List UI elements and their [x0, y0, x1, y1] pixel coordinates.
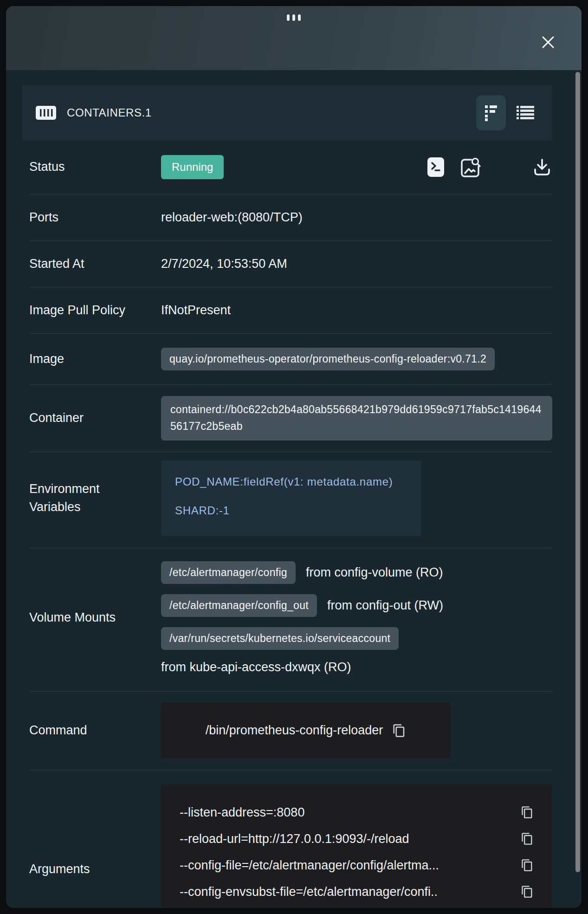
argument-item: --config-envsubst-file=/etc/alertmanager… [180, 885, 534, 899]
row-status: Status Running [29, 140, 552, 194]
download-icon [532, 157, 552, 177]
image-label: Image [29, 350, 161, 368]
command-label: Command [29, 721, 161, 739]
copy-icon [521, 859, 534, 872]
env-var-item: POD_NAME:fieldRef(v1: metadata.name) [175, 473, 400, 490]
copy-argument-button[interactable] [521, 885, 534, 898]
argument-item: --listen-address=:8080 [180, 805, 534, 820]
vertical-scrollbar[interactable] [575, 72, 580, 872]
copy-argument-button[interactable] [521, 832, 534, 845]
row-container-id: Container containerd://b0c622cb2b4a80ab5… [29, 385, 552, 452]
volume-mount-path-chip: /etc/alertmanager/config [161, 561, 296, 584]
copy-argument-button[interactable] [521, 806, 534, 819]
row-arguments: Arguments --listen-address=:8080 --reloa… [29, 770, 552, 908]
volume-mount-source: from config-volume (RO) [306, 565, 443, 580]
volume-mount-path-chip: /etc/alertmanager/config_out [161, 594, 317, 617]
argument-value: --listen-address=:8080 [180, 805, 304, 820]
modal-header [6, 6, 582, 70]
copy-argument-button[interactable] [521, 859, 534, 872]
copy-icon [521, 832, 534, 845]
detail-view-toggle-button[interactable] [476, 95, 506, 130]
status-badge: Running [161, 155, 224, 179]
environment-variables-label: Environment Variables [29, 480, 161, 516]
volume-mount-source: from kube-api-access-dxwqx (RO) [161, 660, 443, 674]
containers-section-header: CONTAINERS.1 [22, 85, 552, 140]
detail-view-icon [484, 104, 498, 121]
volume-mount-item: /var/run/secrets/kubernetes.io/serviceac… [161, 627, 443, 650]
argument-value: --config-file=/etc/alertmanager/config/a… [180, 858, 439, 873]
container-id-chip: containerd://b0c622cb2b4a80ab55668421b97… [161, 396, 552, 440]
arguments-panel: --listen-address=:8080 --reload-url=http… [161, 784, 552, 908]
image-pull-policy-label: Image Pull Policy [29, 301, 161, 319]
argument-value: --reload-url=http://127.0.0.1:9093/-/rel… [180, 832, 409, 846]
drag-handle-dots-icon[interactable] [287, 14, 301, 21]
volume-mounts-list: /etc/alertmanager/config from config-vol… [161, 561, 443, 674]
environment-variables-panel: POD_NAME:fieldRef(v1: metadata.name) SHA… [161, 460, 421, 536]
volume-mounts-label: Volume Mounts [29, 609, 161, 627]
container-icon [35, 104, 57, 121]
copy-command-button[interactable] [392, 724, 406, 738]
close-button[interactable] [538, 32, 558, 52]
row-volume-mounts: Volume Mounts /etc/alertmanager/config f… [29, 548, 552, 692]
image-pull-policy-value: IfNotPresent [161, 303, 231, 318]
row-command: Command /bin/prometheus-config-reloader [29, 692, 552, 770]
ports-label: Ports [29, 208, 161, 227]
row-started-at: Started At 2/7/2024, 10:53:50 AM [29, 241, 552, 287]
list-view-icon [517, 105, 534, 120]
argument-item: --reload-url=http://127.0.0.1:9093/-/rel… [180, 832, 534, 846]
copy-icon [392, 724, 406, 738]
download-logs-button[interactable] [532, 157, 552, 177]
volume-mount-item: /etc/alertmanager/config_out from config… [161, 594, 443, 617]
arguments-label: Arguments [29, 860, 161, 878]
argument-item: --config-file=/etc/alertmanager/config/a… [180, 858, 534, 873]
terminal-button[interactable] [427, 156, 445, 178]
argument-value: --config-envsubst-file=/etc/alertmanager… [180, 885, 438, 899]
started-at-value: 2/7/2024, 10:53:50 AM [161, 257, 287, 271]
volume-mount-source: from config-out (RW) [327, 598, 443, 613]
copy-icon [521, 806, 534, 819]
volume-mount-path-chip: /var/run/secrets/kubernetes.io/serviceac… [161, 627, 399, 650]
copy-icon [521, 885, 534, 898]
close-icon [540, 34, 556, 50]
command-panel: /bin/prometheus-config-reloader [161, 703, 451, 758]
status-action-icons [224, 156, 552, 178]
container-label: Container [29, 409, 161, 427]
row-ports: Ports reloader-web:(8080/TCP) [29, 194, 552, 241]
terminal-icon [427, 156, 445, 178]
container-details-modal: CONTAINERS.1 [6, 6, 582, 908]
status-label: Status [29, 158, 161, 176]
details-rows: Status Running [29, 140, 552, 908]
command-value: /bin/prometheus-config-reloader [206, 723, 383, 738]
view-toggle-group [476, 95, 540, 130]
row-image: Image quay.io/prometheus-operator/promet… [29, 334, 552, 385]
image-search-icon [459, 156, 482, 178]
ports-value: reloader-web:(8080/TCP) [161, 210, 303, 225]
image-value-chip: quay.io/prometheus-operator/prometheus-c… [161, 348, 495, 370]
volume-mount-item: /etc/alertmanager/config from config-vol… [161, 561, 443, 584]
row-image-pull-policy: Image Pull Policy IfNotPresent [29, 287, 552, 334]
row-environment-variables: Environment Variables POD_NAME:fieldRef(… [29, 452, 552, 548]
env-var-item: SHARD:-1 [175, 502, 400, 519]
started-at-label: Started At [29, 255, 161, 273]
section-title: CONTAINERS.1 [67, 106, 152, 119]
image-search-button[interactable] [459, 156, 482, 178]
list-view-toggle-button[interactable] [510, 95, 540, 130]
